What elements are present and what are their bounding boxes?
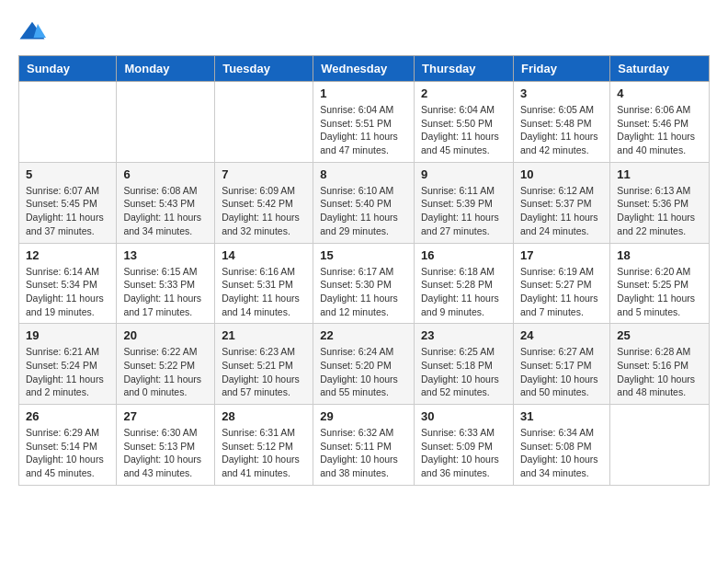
calendar-cell: 28Sunrise: 6:31 AM Sunset: 5:12 PM Dayli…	[215, 405, 313, 486]
day-info: Sunrise: 6:31 AM Sunset: 5:12 PM Dayligh…	[222, 426, 306, 480]
day-number: 11	[617, 167, 702, 181]
day-number: 1	[320, 86, 407, 100]
calendar-body: 1Sunrise: 6:04 AM Sunset: 5:51 PM Daylig…	[19, 82, 710, 486]
day-info: Sunrise: 6:09 AM Sunset: 5:42 PM Dayligh…	[222, 184, 306, 238]
day-number: 27	[123, 409, 208, 423]
calendar-cell: 18Sunrise: 6:20 AM Sunset: 5:25 PM Dayli…	[610, 243, 710, 324]
day-number: 12	[26, 248, 109, 262]
calendar-cell	[215, 82, 313, 163]
day-info: Sunrise: 6:21 AM Sunset: 5:24 PM Dayligh…	[26, 345, 109, 399]
day-number: 5	[26, 167, 109, 181]
day-number: 4	[617, 86, 702, 100]
weekday-monday: Monday	[117, 56, 215, 82]
weekday-saturday: Saturday	[610, 56, 710, 82]
calendar-cell: 4Sunrise: 6:06 AM Sunset: 5:46 PM Daylig…	[610, 82, 710, 163]
calendar-week-5: 26Sunrise: 6:29 AM Sunset: 5:14 PM Dayli…	[19, 405, 710, 486]
calendar-cell: 21Sunrise: 6:23 AM Sunset: 5:21 PM Dayli…	[215, 324, 313, 405]
calendar-cell	[610, 405, 710, 486]
day-number: 29	[320, 409, 407, 423]
day-info: Sunrise: 6:18 AM Sunset: 5:28 PM Dayligh…	[421, 265, 506, 319]
day-info: Sunrise: 6:17 AM Sunset: 5:30 PM Dayligh…	[320, 265, 407, 319]
day-number: 31	[520, 409, 603, 423]
calendar-cell: 29Sunrise: 6:32 AM Sunset: 5:11 PM Dayli…	[313, 405, 415, 486]
day-number: 30	[421, 409, 506, 423]
day-info: Sunrise: 6:05 AM Sunset: 5:48 PM Dayligh…	[520, 103, 603, 157]
day-number: 9	[421, 167, 506, 181]
day-number: 2	[421, 86, 506, 100]
day-info: Sunrise: 6:08 AM Sunset: 5:43 PM Dayligh…	[123, 184, 208, 238]
calendar-cell: 16Sunrise: 6:18 AM Sunset: 5:28 PM Dayli…	[415, 243, 514, 324]
weekday-header-row: SundayMondayTuesdayWednesdayThursdayFrid…	[19, 56, 710, 82]
calendar-cell: 12Sunrise: 6:14 AM Sunset: 5:34 PM Dayli…	[19, 243, 117, 324]
day-info: Sunrise: 6:07 AM Sunset: 5:45 PM Dayligh…	[26, 184, 109, 238]
calendar-cell: 20Sunrise: 6:22 AM Sunset: 5:22 PM Dayli…	[117, 324, 215, 405]
calendar-cell: 15Sunrise: 6:17 AM Sunset: 5:30 PM Dayli…	[313, 243, 415, 324]
day-number: 20	[123, 328, 208, 342]
weekday-friday: Friday	[513, 56, 609, 82]
day-info: Sunrise: 6:34 AM Sunset: 5:08 PM Dayligh…	[520, 426, 603, 480]
day-info: Sunrise: 6:20 AM Sunset: 5:25 PM Dayligh…	[617, 265, 702, 319]
weekday-thursday: Thursday	[415, 56, 514, 82]
calendar-cell: 26Sunrise: 6:29 AM Sunset: 5:14 PM Dayli…	[19, 405, 117, 486]
day-info: Sunrise: 6:24 AM Sunset: 5:20 PM Dayligh…	[320, 345, 407, 399]
calendar-cell: 23Sunrise: 6:25 AM Sunset: 5:18 PM Dayli…	[415, 324, 514, 405]
day-number: 23	[421, 328, 506, 342]
day-number: 15	[320, 248, 407, 262]
day-number: 3	[520, 86, 603, 100]
calendar-cell: 25Sunrise: 6:28 AM Sunset: 5:16 PM Dayli…	[610, 324, 710, 405]
calendar-cell: 14Sunrise: 6:16 AM Sunset: 5:31 PM Dayli…	[215, 243, 313, 324]
day-number: 10	[520, 167, 603, 181]
weekday-sunday: Sunday	[19, 56, 117, 82]
day-number: 21	[222, 328, 306, 342]
calendar-cell: 1Sunrise: 6:04 AM Sunset: 5:51 PM Daylig…	[313, 82, 415, 163]
calendar-week-4: 19Sunrise: 6:21 AM Sunset: 5:24 PM Dayli…	[19, 324, 710, 405]
calendar-cell: 22Sunrise: 6:24 AM Sunset: 5:20 PM Dayli…	[313, 324, 415, 405]
day-number: 19	[26, 328, 109, 342]
day-info: Sunrise: 6:22 AM Sunset: 5:22 PM Dayligh…	[123, 345, 208, 399]
calendar-cell: 17Sunrise: 6:19 AM Sunset: 5:27 PM Dayli…	[513, 243, 609, 324]
weekday-tuesday: Tuesday	[215, 56, 313, 82]
logo-icon	[18, 18, 46, 46]
day-info: Sunrise: 6:25 AM Sunset: 5:18 PM Dayligh…	[421, 345, 506, 399]
calendar-cell: 13Sunrise: 6:15 AM Sunset: 5:33 PM Dayli…	[117, 243, 215, 324]
day-info: Sunrise: 6:04 AM Sunset: 5:50 PM Dayligh…	[421, 103, 506, 157]
page-header	[18, 18, 710, 46]
calendar-cell: 27Sunrise: 6:30 AM Sunset: 5:13 PM Dayli…	[117, 405, 215, 486]
day-info: Sunrise: 6:30 AM Sunset: 5:13 PM Dayligh…	[123, 426, 208, 480]
day-info: Sunrise: 6:19 AM Sunset: 5:27 PM Dayligh…	[520, 265, 603, 319]
day-info: Sunrise: 6:12 AM Sunset: 5:37 PM Dayligh…	[520, 184, 603, 238]
day-number: 7	[222, 167, 306, 181]
day-info: Sunrise: 6:33 AM Sunset: 5:09 PM Dayligh…	[421, 426, 506, 480]
day-info: Sunrise: 6:10 AM Sunset: 5:40 PM Dayligh…	[320, 184, 407, 238]
calendar-cell: 8Sunrise: 6:10 AM Sunset: 5:40 PM Daylig…	[313, 162, 415, 243]
day-info: Sunrise: 6:28 AM Sunset: 5:16 PM Dayligh…	[617, 345, 702, 399]
calendar-cell	[19, 82, 117, 163]
day-info: Sunrise: 6:06 AM Sunset: 5:46 PM Dayligh…	[617, 103, 702, 157]
day-info: Sunrise: 6:32 AM Sunset: 5:11 PM Dayligh…	[320, 426, 407, 480]
calendar-cell: 2Sunrise: 6:04 AM Sunset: 5:50 PM Daylig…	[415, 82, 514, 163]
day-number: 16	[421, 248, 506, 262]
day-number: 18	[617, 248, 702, 262]
day-info: Sunrise: 6:23 AM Sunset: 5:21 PM Dayligh…	[222, 345, 306, 399]
calendar-cell: 6Sunrise: 6:08 AM Sunset: 5:43 PM Daylig…	[117, 162, 215, 243]
calendar-week-3: 12Sunrise: 6:14 AM Sunset: 5:34 PM Dayli…	[19, 243, 710, 324]
calendar-cell: 5Sunrise: 6:07 AM Sunset: 5:45 PM Daylig…	[19, 162, 117, 243]
day-number: 8	[320, 167, 407, 181]
calendar-week-2: 5Sunrise: 6:07 AM Sunset: 5:45 PM Daylig…	[19, 162, 710, 243]
calendar-cell: 31Sunrise: 6:34 AM Sunset: 5:08 PM Dayli…	[513, 405, 609, 486]
day-info: Sunrise: 6:16 AM Sunset: 5:31 PM Dayligh…	[222, 265, 306, 319]
calendar-cell	[117, 82, 215, 163]
day-number: 25	[617, 328, 702, 342]
day-number: 24	[520, 328, 603, 342]
calendar-cell: 30Sunrise: 6:33 AM Sunset: 5:09 PM Dayli…	[415, 405, 514, 486]
calendar-cell: 10Sunrise: 6:12 AM Sunset: 5:37 PM Dayli…	[513, 162, 609, 243]
day-number: 14	[222, 248, 306, 262]
day-number: 6	[123, 167, 208, 181]
day-info: Sunrise: 6:29 AM Sunset: 5:14 PM Dayligh…	[26, 426, 109, 480]
day-number: 26	[26, 409, 109, 423]
day-info: Sunrise: 6:11 AM Sunset: 5:39 PM Dayligh…	[421, 184, 506, 238]
day-number: 13	[123, 248, 208, 262]
logo	[18, 18, 50, 46]
calendar-cell: 3Sunrise: 6:05 AM Sunset: 5:48 PM Daylig…	[513, 82, 609, 163]
calendar-cell: 9Sunrise: 6:11 AM Sunset: 5:39 PM Daylig…	[415, 162, 514, 243]
